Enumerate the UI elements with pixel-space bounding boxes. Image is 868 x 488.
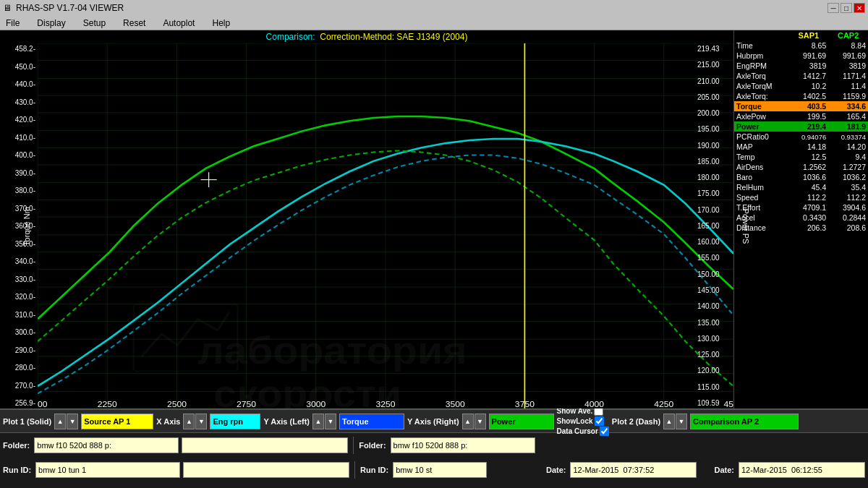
- yright-dn-btn[interactable]: ▼: [475, 414, 486, 429]
- folder2-label: Folder:: [359, 441, 386, 450]
- yright-up-btn[interactable]: ▲: [462, 414, 474, 429]
- y-axis-left: 458.2-450.0-440.0-430.0-420.0- 410.0-400…: [0, 43, 38, 408]
- xaxis-dn-btn[interactable]: ▼: [195, 414, 207, 429]
- row-axletorq: AxleTorq1412.71171.4: [734, 71, 868, 81]
- xaxis-up-btn[interactable]: ▲: [183, 414, 195, 429]
- y-right-label: Power PS: [742, 208, 751, 244]
- comparison-ap2-input[interactable]: [690, 414, 799, 429]
- chart-area: Comparison: Correction-Method: SAE J1349…: [0, 30, 734, 408]
- date2-label: Date:: [714, 466, 734, 474]
- yleft-input[interactable]: [339, 414, 404, 429]
- svg-text:2500: 2500: [167, 399, 187, 408]
- row-axlepow: AxlePow199.5165.4: [734, 111, 868, 121]
- comp-ap-up-btn[interactable]: ▲: [663, 414, 675, 429]
- show-options: Show Ave. ShowLock Data Cursor: [557, 406, 609, 436]
- source-ap1-input[interactable]: [81, 414, 153, 429]
- row-map: MAP14.1814.20: [734, 142, 868, 152]
- row-teffort: T.Effort4709.13904.6: [734, 202, 868, 213]
- bottom-controls: Plot 1 (Solid) ▲ ▼ X Axis ▲ ▼ Y Axis (Le…: [0, 408, 868, 488]
- yaxis-left-label: Y Axis (Left): [263, 417, 310, 426]
- showlock-checkbox[interactable]: [595, 416, 604, 426]
- row-distance: Distance206.3208.6: [734, 223, 868, 233]
- chart-plot-area: лаборатория скорости: [38, 43, 733, 408]
- folder1-mid-input[interactable]: [182, 437, 348, 453]
- main-area: Comparison: Correction-Method: SAE J1349…: [0, 30, 868, 408]
- row-relhum: RelHum45.435.4: [734, 182, 868, 192]
- maximize-button[interactable]: □: [841, 3, 852, 13]
- date1-input[interactable]: [570, 462, 697, 478]
- xaxis-label: X Axis: [156, 417, 180, 426]
- data-table: SAP1 CAP2 Time8.658.84 Hubrpm991.69991.6…: [734, 30, 868, 233]
- runid2-input[interactable]: [393, 462, 487, 478]
- row-airdens: AirDens1.25621.2727: [734, 162, 868, 172]
- folder2-input[interactable]: [391, 437, 535, 453]
- row-engrpm: EngRPM38193819: [734, 61, 868, 71]
- app-icon: 🖥: [3, 3, 12, 13]
- date2-input[interactable]: [739, 462, 865, 478]
- svg-text:4250: 4250: [654, 399, 674, 408]
- controls-row3: Run ID: Run ID: Date: Date:: [0, 458, 868, 482]
- row-pcratio: PCRatio00.940760.93374: [734, 132, 868, 142]
- titlebar: 🖥 RHAS-SP V1.7-04 VIEWER ─ □ ✕: [0, 0, 868, 16]
- folder1-label: Folder:: [3, 441, 30, 450]
- svg-text:2250: 2250: [98, 399, 118, 408]
- runid1-label: Run ID:: [3, 466, 31, 474]
- close-button[interactable]: ✕: [854, 3, 865, 13]
- svg-text:3250: 3250: [375, 399, 396, 408]
- row-temp: Temp12.59.4: [734, 152, 868, 162]
- plot2-label: Plot 2 (Dash): [612, 417, 660, 426]
- menu-help[interactable]: Help: [209, 18, 233, 28]
- menu-reset[interactable]: Reset: [120, 18, 148, 28]
- runid1-mid-input[interactable]: [183, 462, 349, 478]
- showlock-label: ShowLock: [557, 417, 593, 425]
- y-axis-right: 219.43215.00210.00205.00 200.00195.00190…: [696, 43, 733, 408]
- xaxis-input[interactable]: [210, 414, 260, 429]
- row-torque: Torque403.5334.6: [734, 101, 868, 111]
- row-accel: Accel0.34300.2844: [734, 213, 868, 223]
- menu-display[interactable]: Display: [34, 18, 68, 28]
- runid2-label: Run ID:: [360, 466, 388, 474]
- chart-svg: лаборатория скорости: [38, 43, 733, 408]
- row-power: Power219.4181.9: [734, 121, 868, 132]
- yright-input[interactable]: [489, 414, 554, 429]
- plot1-label: Plot 1 (Solid): [3, 417, 51, 426]
- yaxis-right-label: Y Axis (Right): [407, 417, 459, 426]
- app-title: RHAS-SP V1.7-04 VIEWER: [16, 3, 124, 13]
- row-hubrpm: Hubrpm991.69991.69: [734, 51, 868, 61]
- chart-top-label: Comparison: Correction-Method: SAE J1349…: [0, 30, 733, 43]
- col-sap1: SAP1: [788, 30, 828, 40]
- source-ap-dn-btn[interactable]: ▼: [67, 414, 78, 429]
- row-axletorqc: AxleTorq:1402.51159.9: [734, 91, 868, 101]
- yleft-dn-btn[interactable]: ▼: [325, 414, 336, 429]
- titlebar-controls: ─ □ ✕: [827, 3, 865, 13]
- folder1-input[interactable]: [34, 437, 179, 453]
- yleft-up-btn[interactable]: ▲: [312, 414, 324, 429]
- svg-text:4000: 4000: [584, 399, 605, 408]
- svg-text:3000: 3000: [306, 399, 326, 408]
- menu-setup[interactable]: Setup: [80, 18, 109, 28]
- menu-autoplot[interactable]: Autoplot: [160, 18, 197, 28]
- titlebar-left: 🖥 RHAS-SP V1.7-04 VIEWER: [3, 3, 124, 13]
- controls-row1: Plot 1 (Solid) ▲ ▼ X Axis ▲ ▼ Y Axis (Le…: [0, 410, 868, 433]
- row-speed: Speed112.2112.2: [734, 192, 868, 202]
- svg-text:3500: 3500: [446, 399, 466, 408]
- right-data-panel: SAP1 CAP2 Time8.658.84 Hubrpm991.69991.6…: [734, 30, 868, 408]
- minimize-button[interactable]: ─: [827, 3, 839, 13]
- col-cap2: CAP2: [828, 30, 868, 40]
- comparison-label: Comparison:: [266, 32, 315, 42]
- svg-text:2000: 2000: [38, 399, 48, 408]
- runid1-input[interactable]: [35, 462, 180, 478]
- date1-label: Date:: [546, 466, 566, 474]
- svg-text:2750: 2750: [237, 399, 257, 408]
- row-baro: Baro1036.61036.2: [734, 172, 868, 182]
- row-time: Time8.658.84: [734, 40, 868, 51]
- row-axletorqm: AxleTorqM10.211.4: [734, 81, 868, 91]
- correction-label: Correction-Method: SAE J1349 (2004): [318, 32, 467, 42]
- y-left-label: Torque Nm: [22, 207, 31, 246]
- controls-row2: Folder: Folder:: [0, 433, 868, 458]
- source-ap-up-btn[interactable]: ▲: [54, 414, 66, 429]
- comp-ap-dn-btn[interactable]: ▼: [676, 414, 687, 429]
- svg-text:3750: 3750: [515, 399, 535, 408]
- menu-file[interactable]: File: [3, 18, 22, 28]
- menubar: File Display Setup Reset Autoplot Help: [0, 16, 868, 30]
